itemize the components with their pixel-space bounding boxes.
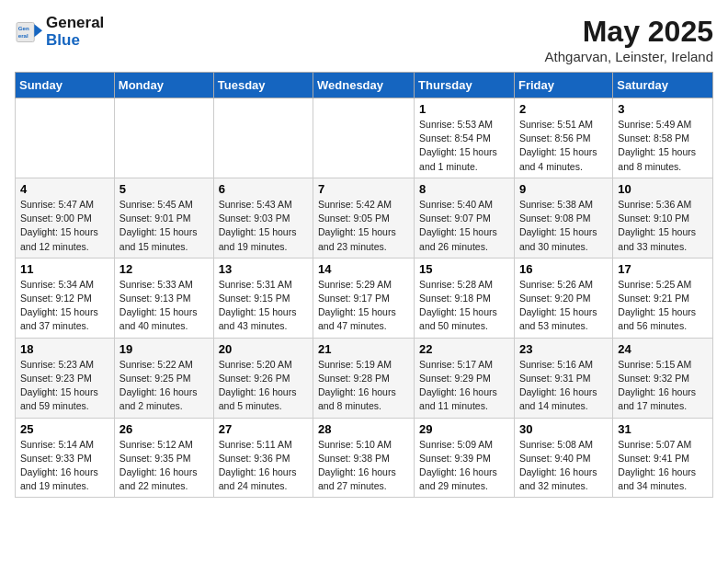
day-number: 20: [219, 342, 308, 356]
day-info: Sunrise: 5:34 AMSunset: 9:12 PMDaylight:…: [20, 278, 109, 334]
day-cell: 19Sunrise: 5:22 AMSunset: 9:25 PMDayligh…: [114, 338, 213, 418]
day-info: Sunrise: 5:31 AMSunset: 9:15 PMDaylight:…: [219, 278, 308, 334]
day-info: Sunrise: 5:12 AMSunset: 9:35 PMDaylight:…: [119, 438, 209, 494]
day-cell: 27Sunrise: 5:11 AMSunset: 9:36 PMDayligh…: [213, 418, 313, 498]
month-title: May 2025: [545, 15, 713, 49]
weekday-header-tuesday: Tuesday: [213, 73, 313, 98]
weekday-header-thursday: Thursday: [415, 73, 515, 98]
day-cell: 23Sunrise: 5:16 AMSunset: 9:31 PMDayligh…: [514, 338, 612, 418]
day-number: 6: [219, 182, 308, 196]
day-cell: 4Sunrise: 5:47 AMSunset: 9:00 PMDaylight…: [16, 178, 115, 258]
day-info: Sunrise: 5:11 AMSunset: 9:36 PMDaylight:…: [219, 438, 308, 494]
day-cell: 1Sunrise: 5:53 AMSunset: 8:54 PMDaylight…: [415, 98, 515, 178]
day-cell: [213, 98, 313, 178]
day-info: Sunrise: 5:26 AMSunset: 9:20 PMDaylight:…: [519, 278, 608, 334]
page-header: Gen eral General Blue May 2025 Athgarvan…: [15, 15, 713, 64]
logo-line1: General: [46, 14, 104, 31]
day-number: 14: [318, 262, 409, 276]
weekday-header-sunday: Sunday: [16, 73, 115, 98]
day-info: Sunrise: 5:43 AMSunset: 9:03 PMDaylight:…: [219, 198, 308, 254]
day-cell: [114, 98, 213, 178]
day-number: 12: [119, 262, 209, 276]
day-number: 16: [519, 262, 608, 276]
day-cell: 30Sunrise: 5:08 AMSunset: 9:40 PMDayligh…: [514, 418, 612, 498]
day-number: 19: [119, 342, 209, 356]
day-info: Sunrise: 5:28 AMSunset: 9:18 PMDaylight:…: [419, 278, 509, 334]
day-cell: 12Sunrise: 5:33 AMSunset: 9:13 PMDayligh…: [114, 258, 213, 338]
svg-text:eral: eral: [18, 32, 28, 39]
day-number: 4: [20, 182, 109, 196]
day-info: Sunrise: 5:09 AMSunset: 9:39 PMDaylight:…: [419, 438, 509, 494]
day-number: 3: [618, 102, 708, 116]
week-row-5: 25Sunrise: 5:14 AMSunset: 9:33 PMDayligh…: [16, 418, 713, 498]
day-number: 10: [618, 182, 708, 196]
day-number: 18: [20, 342, 109, 356]
day-info: Sunrise: 5:33 AMSunset: 9:13 PMDaylight:…: [119, 278, 209, 334]
day-cell: 18Sunrise: 5:23 AMSunset: 9:23 PMDayligh…: [16, 338, 115, 418]
weekday-header-row: SundayMondayTuesdayWednesdayThursdayFrid…: [16, 73, 713, 98]
day-cell: 7Sunrise: 5:42 AMSunset: 9:05 PMDaylight…: [313, 178, 415, 258]
day-cell: 25Sunrise: 5:14 AMSunset: 9:33 PMDayligh…: [16, 418, 115, 498]
day-info: Sunrise: 5:08 AMSunset: 9:40 PMDaylight:…: [519, 438, 608, 494]
logo-text: General Blue: [46, 15, 104, 49]
day-number: 31: [618, 422, 708, 436]
day-cell: [313, 98, 415, 178]
day-info: Sunrise: 5:17 AMSunset: 9:29 PMDaylight:…: [419, 358, 509, 414]
day-cell: 10Sunrise: 5:36 AMSunset: 9:10 PMDayligh…: [613, 178, 713, 258]
day-number: 21: [318, 342, 409, 356]
day-info: Sunrise: 5:36 AMSunset: 9:10 PMDaylight:…: [618, 198, 708, 254]
logo-line2: Blue: [46, 31, 80, 49]
day-number: 5: [119, 182, 209, 196]
day-info: Sunrise: 5:29 AMSunset: 9:17 PMDaylight:…: [318, 278, 409, 334]
day-number: 23: [519, 342, 608, 356]
day-number: 1: [419, 102, 509, 116]
day-cell: 20Sunrise: 5:20 AMSunset: 9:26 PMDayligh…: [213, 338, 313, 418]
day-cell: 15Sunrise: 5:28 AMSunset: 9:18 PMDayligh…: [415, 258, 515, 338]
day-number: 28: [318, 422, 409, 436]
day-info: Sunrise: 5:10 AMSunset: 9:38 PMDaylight:…: [318, 438, 409, 494]
day-cell: 13Sunrise: 5:31 AMSunset: 9:15 PMDayligh…: [213, 258, 313, 338]
svg-text:Gen: Gen: [18, 25, 29, 31]
day-cell: 21Sunrise: 5:19 AMSunset: 9:28 PMDayligh…: [313, 338, 415, 418]
day-cell: 29Sunrise: 5:09 AMSunset: 9:39 PMDayligh…: [415, 418, 515, 498]
logo: Gen eral General Blue: [15, 15, 104, 49]
week-row-1: 1Sunrise: 5:53 AMSunset: 8:54 PMDaylight…: [16, 98, 713, 178]
day-cell: 17Sunrise: 5:25 AMSunset: 9:21 PMDayligh…: [613, 258, 713, 338]
day-cell: 11Sunrise: 5:34 AMSunset: 9:12 PMDayligh…: [16, 258, 115, 338]
day-info: Sunrise: 5:53 AMSunset: 8:54 PMDaylight:…: [419, 118, 509, 174]
day-info: Sunrise: 5:42 AMSunset: 9:05 PMDaylight:…: [318, 198, 409, 254]
day-cell: 16Sunrise: 5:26 AMSunset: 9:20 PMDayligh…: [514, 258, 612, 338]
day-number: 2: [519, 102, 608, 116]
day-info: Sunrise: 5:14 AMSunset: 9:33 PMDaylight:…: [20, 438, 109, 494]
day-number: 22: [419, 342, 509, 356]
week-row-4: 18Sunrise: 5:23 AMSunset: 9:23 PMDayligh…: [16, 338, 713, 418]
day-number: 11: [20, 262, 109, 276]
day-info: Sunrise: 5:16 AMSunset: 9:31 PMDaylight:…: [519, 358, 608, 414]
day-number: 29: [419, 422, 509, 436]
day-number: 13: [219, 262, 308, 276]
day-number: 15: [419, 262, 509, 276]
day-cell: 9Sunrise: 5:38 AMSunset: 9:08 PMDaylight…: [514, 178, 612, 258]
weekday-header-saturday: Saturday: [613, 73, 713, 98]
week-row-3: 11Sunrise: 5:34 AMSunset: 9:12 PMDayligh…: [16, 258, 713, 338]
day-number: 26: [119, 422, 209, 436]
day-cell: 6Sunrise: 5:43 AMSunset: 9:03 PMDaylight…: [213, 178, 313, 258]
day-cell: 8Sunrise: 5:40 AMSunset: 9:07 PMDaylight…: [415, 178, 515, 258]
day-cell: [16, 98, 115, 178]
svg-marker-3: [34, 24, 42, 37]
day-cell: 24Sunrise: 5:15 AMSunset: 9:32 PMDayligh…: [613, 338, 713, 418]
day-number: 24: [618, 342, 708, 356]
day-info: Sunrise: 5:15 AMSunset: 9:32 PMDaylight:…: [618, 358, 708, 414]
day-number: 30: [519, 422, 608, 436]
day-info: Sunrise: 5:23 AMSunset: 9:23 PMDaylight:…: [20, 358, 109, 414]
title-block: May 2025 Athgarvan, Leinster, Ireland: [545, 15, 713, 64]
day-info: Sunrise: 5:38 AMSunset: 9:08 PMDaylight:…: [519, 198, 608, 254]
day-info: Sunrise: 5:19 AMSunset: 9:28 PMDaylight:…: [318, 358, 409, 414]
day-cell: 2Sunrise: 5:51 AMSunset: 8:56 PMDaylight…: [514, 98, 612, 178]
week-row-2: 4Sunrise: 5:47 AMSunset: 9:00 PMDaylight…: [16, 178, 713, 258]
day-cell: 26Sunrise: 5:12 AMSunset: 9:35 PMDayligh…: [114, 418, 213, 498]
weekday-header-monday: Monday: [114, 73, 213, 98]
day-number: 17: [618, 262, 708, 276]
day-info: Sunrise: 5:22 AMSunset: 9:25 PMDaylight:…: [119, 358, 209, 414]
day-info: Sunrise: 5:40 AMSunset: 9:07 PMDaylight:…: [419, 198, 509, 254]
